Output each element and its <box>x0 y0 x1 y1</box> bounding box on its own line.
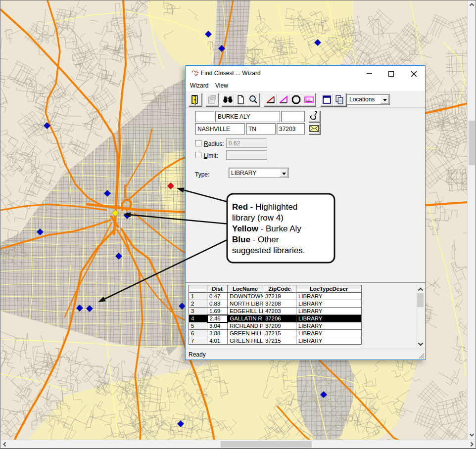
svg-text:Lbl: Lbl <box>306 98 310 101</box>
